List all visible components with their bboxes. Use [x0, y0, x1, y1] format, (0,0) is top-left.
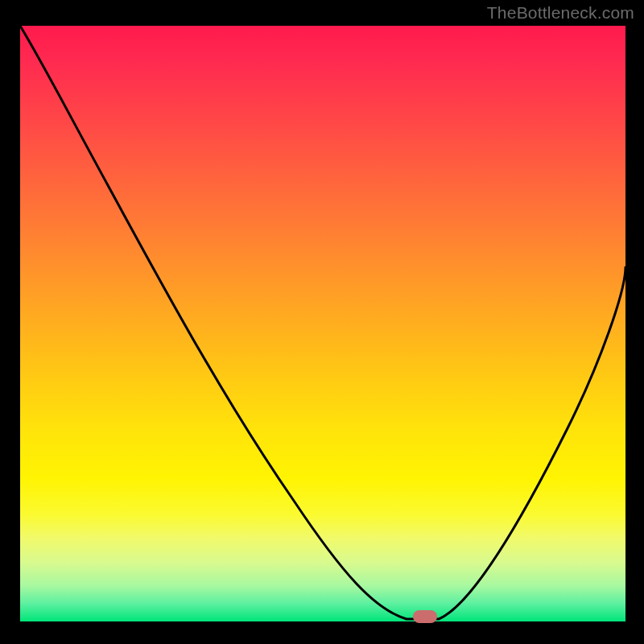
chart-plot-area: [20, 26, 625, 621]
chart-frame: TheBottleneck.com: [0, 0, 644, 644]
bottleneck-curve-svg: [20, 26, 625, 621]
watermark-text: TheBottleneck.com: [487, 3, 634, 23]
optimum-marker: [413, 610, 437, 623]
bottleneck-curve-path: [20, 26, 625, 619]
